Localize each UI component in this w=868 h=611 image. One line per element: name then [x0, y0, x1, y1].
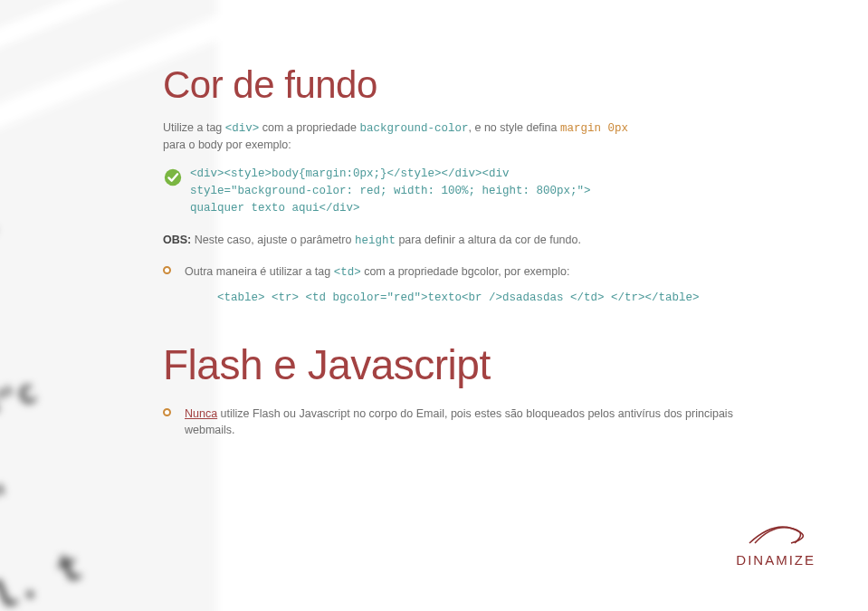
text: Outra maneira é utilizar a tag [185, 265, 334, 278]
code-margin: margin 0px [560, 122, 628, 135]
text: , e no style defina [469, 121, 560, 134]
text: com a propriedade bgcolor, por exemplo: [361, 265, 570, 278]
bullet-item-1: Outra maneira é utilizar a tag <td> com … [163, 263, 778, 304]
page-content: Cor de fundo Utilize a tag <div> com a p… [163, 63, 778, 438]
obs-note: OBS: Neste caso, ajuste o parâmetro heig… [163, 234, 778, 247]
intro-paragraph: Utilize a tag <div> com a propriedade ba… [163, 119, 778, 153]
code-example-2: <table> <tr> <td bgcolor="red">texto<br … [217, 291, 778, 304]
bullet-icon [163, 408, 171, 416]
bullet-text: Nunca utilize Flash ou Javascript no cor… [185, 406, 778, 438]
logo-text: DINAMIZE [736, 552, 816, 568]
brand-logo: DINAMIZE [736, 520, 816, 568]
code-prop-bg: background-color [359, 122, 468, 135]
nunca-emphasis: Nunca [185, 407, 217, 420]
heading-cor-de-fundo: Cor de fundo [163, 63, 778, 107]
heading-flash-js: Flash e Javascript [163, 340, 778, 389]
code-line: qualquer texto aqui</div> [190, 202, 360, 215]
obs-label: OBS: [163, 234, 191, 246]
text: Neste caso, ajuste o parâmetro [191, 234, 355, 246]
check-icon [163, 167, 183, 187]
bullet-icon [163, 266, 171, 274]
bullet-text: Outra maneira é utilizar a tag <td> com … [185, 263, 778, 281]
text: para o body por exemplo: [163, 138, 291, 151]
svg-point-10 [165, 169, 181, 186]
bullet-item-2: Nunca utilize Flash ou Javascript no cor… [163, 406, 778, 438]
code-tag-div: <div> [225, 122, 260, 135]
code-line: <div><style>body{margin:0px;}</style></d… [190, 167, 510, 180]
logo-mark-icon [737, 520, 815, 547]
code-height: height [355, 234, 396, 247]
code-tag-td: <td> [334, 266, 361, 279]
text: utilize Flash ou Javascript no corpo do … [185, 407, 733, 436]
text: com a propriedade [259, 121, 359, 134]
code-line: style="background-color: red; width: 100… [190, 185, 591, 197]
text: para definir a altura da cor de fundo. [396, 234, 581, 246]
code-example-1: <div><style>body{margin:0px;}</style></d… [190, 166, 778, 216]
text: Utilize a tag [163, 121, 225, 134]
